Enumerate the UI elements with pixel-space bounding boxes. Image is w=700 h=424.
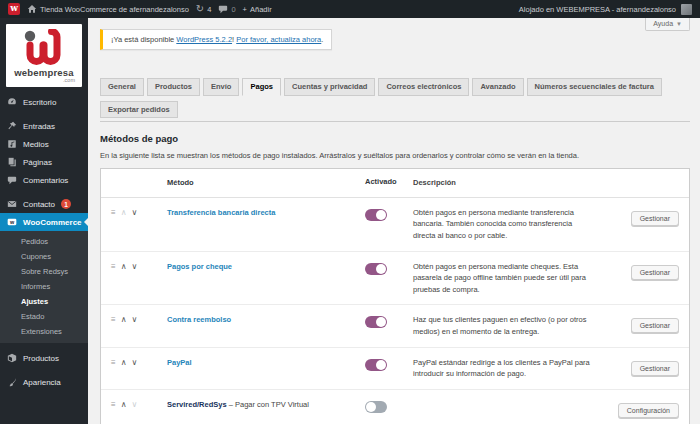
sidebar-item-woocommerce[interactable]: wWooCommerce (0, 213, 88, 231)
chevron-down-icon: ▼ (676, 21, 682, 27)
sidebar-item-p-ginas[interactable]: Páginas (0, 153, 88, 171)
tab-exportar-pedidos[interactable]: Exportar pedidos (100, 101, 178, 119)
payment-method-row: ≡ ∧ ∨ Servired/RedSys – Pagar con TPV Vi… (101, 389, 689, 424)
payment-method-link[interactable]: Transferencia bancaria directa (167, 208, 275, 217)
tab-correos-electr-nicos[interactable]: Correos electrónicos (378, 78, 469, 96)
tab-general[interactable]: General (100, 78, 144, 96)
tab-pagos[interactable]: Pagos (242, 78, 281, 96)
admin-bar: w Tienda WooCommerce de afernandezalonso… (0, 0, 700, 18)
sidebar-item-contacto[interactable]: Contacto1 (0, 195, 88, 213)
move-down-icon[interactable]: ∨ (132, 208, 138, 217)
payment-method-description: PayPal estándar redirige a los clientes … (413, 357, 605, 380)
avatar[interactable] (681, 4, 692, 15)
sidebar-item-medios[interactable]: Medios (0, 135, 88, 153)
appearance-icon (7, 377, 17, 387)
site-name: Tienda WooCommerce de afernandezalonso (40, 5, 189, 14)
drag-handle-icon[interactable]: ≡ (111, 400, 116, 409)
enabled-toggle[interactable] (365, 401, 387, 413)
sidebar-item-escritorio[interactable]: Escritorio (0, 93, 88, 111)
payment-method-row: ≡ ∧ ∨ PayPal PayPal estándar redirige a … (101, 347, 689, 389)
payment-method-link[interactable]: Contra reembolso (167, 315, 231, 324)
sidebar-item-entradas[interactable]: Entradas (0, 117, 88, 135)
hosted-account-label[interactable]: Alojado en WEBEMPRESA - afernandezalonso (519, 5, 676, 14)
help-button[interactable]: Ayuda ▼ (645, 18, 690, 31)
new-content-menu[interactable]: + Añadir (243, 5, 272, 14)
products-icon (7, 353, 17, 363)
comments-icon (7, 175, 17, 185)
payment-methods-table: Método Activado Descripción ≡ ∧ ∨ Transf… (100, 168, 690, 424)
payment-method-link[interactable]: PayPal (167, 358, 192, 367)
tab-avanzado[interactable]: Avanzado (472, 78, 523, 96)
comments-indicator[interactable]: 0 (218, 4, 235, 14)
move-up-icon[interactable]: ∧ (121, 315, 127, 324)
main-content: Ayuda ▼ ¡Ya está disponible WordPress 5.… (88, 18, 700, 424)
tab-productos[interactable]: Productos (147, 78, 200, 96)
sidebar-item-label: Medios (23, 140, 49, 149)
sidebar-item-productos[interactable]: Productos (0, 349, 88, 367)
update-now-link[interactable]: Por favor, actualiza ahora (236, 35, 321, 44)
updates-count: 4 (207, 5, 211, 14)
page-title: Métodos de pago (100, 133, 690, 144)
notice-text: . (321, 35, 323, 44)
home-icon (27, 4, 37, 14)
updates-indicator[interactable]: ↻ 4 (196, 4, 212, 14)
sidebar-item-label: Productos (23, 354, 59, 363)
submenu-item-cupones[interactable]: Cupones (0, 249, 88, 264)
manage-button[interactable]: Gestionar (631, 318, 679, 333)
move-up-icon[interactable]: ∧ (121, 358, 127, 367)
submenu-item-extensiones[interactable]: Extensiones (0, 324, 88, 339)
payment-method-description: Haz que tus clientes paguen en efectivo … (413, 314, 605, 337)
tab-env-o[interactable]: Envío (203, 78, 239, 96)
tab-n-meros-secuenciales-de-factura[interactable]: Números secuenciales de factura (527, 78, 662, 96)
move-down-icon[interactable]: ∨ (132, 315, 138, 324)
payment-method-link[interactable]: Servired/RedSys (167, 400, 227, 409)
manage-button[interactable]: Gestionar (631, 361, 679, 376)
submenu-item-ajustes[interactable]: Ajustes (0, 294, 88, 309)
section-description: En la siguiente lista se muestran los mé… (100, 151, 690, 160)
notification-badge: 1 (61, 199, 71, 209)
plus-icon: + (243, 5, 247, 14)
payment-method-description: Obtén pagos en persona mediante transfer… (413, 207, 605, 242)
enabled-toggle[interactable] (365, 316, 387, 328)
drag-handle-icon[interactable]: ≡ (111, 315, 116, 324)
payment-method-link[interactable]: Pagos por cheque (167, 262, 232, 271)
enabled-toggle[interactable] (365, 359, 387, 371)
move-down-icon[interactable]: ∨ (132, 400, 138, 409)
enabled-toggle[interactable] (365, 263, 387, 275)
sidebar-item-label: Contacto (23, 200, 55, 209)
site-menu[interactable]: Tienda WooCommerce de afernandezalonso (27, 4, 189, 14)
pin-icon (7, 121, 17, 131)
submenu-item-sobre-redsys[interactable]: Sobre Redsys (0, 264, 88, 279)
submenu-item-pedidos[interactable]: Pedidos (0, 234, 88, 249)
sidebar-item-label: Escritorio (23, 98, 56, 107)
webempresa-logo-card: webempresa .com (6, 24, 82, 87)
help-label: Ayuda (653, 20, 673, 27)
wordpress-version-link[interactable]: WordPress 5.2.2 (176, 35, 232, 44)
move-up-icon[interactable]: ∧ (121, 400, 127, 409)
column-header-description: Descripción (413, 177, 605, 189)
move-up-icon[interactable]: ∧ (121, 208, 127, 217)
move-down-icon[interactable]: ∨ (132, 262, 138, 271)
manage-button[interactable]: Gestionar (631, 265, 679, 280)
drag-handle-icon[interactable]: ≡ (111, 262, 116, 271)
manage-button[interactable]: Gestionar (631, 211, 679, 226)
toggle-knob (376, 317, 386, 327)
sidebar-item-comentarios[interactable]: Comentarios (0, 171, 88, 189)
submenu-item-estado[interactable]: Estado (0, 309, 88, 324)
manage-button[interactable]: Configuración (618, 403, 679, 418)
woocommerce-submenu: PedidosCuponesSobre RedsysInformesAjuste… (0, 231, 88, 343)
move-down-icon[interactable]: ∨ (132, 358, 138, 367)
submenu-item-informes[interactable]: Informes (0, 279, 88, 294)
dashboard-icon (7, 97, 17, 107)
enabled-toggle[interactable] (365, 209, 387, 221)
drag-handle-icon[interactable]: ≡ (111, 358, 116, 367)
add-label: Añadir (250, 5, 272, 14)
woocommerce-icon: w (7, 217, 17, 227)
sidebar-item-apariencia[interactable]: Apariencia (0, 373, 88, 391)
toggle-knob (366, 402, 376, 412)
move-up-icon[interactable]: ∧ (121, 262, 127, 271)
notice-text: ¡Ya está disponible (111, 35, 176, 44)
drag-handle-icon[interactable]: ≡ (111, 208, 116, 217)
tab-cuentas-y-privacidad[interactable]: Cuentas y privacidad (284, 78, 375, 96)
webempresa-logo-icon[interactable]: w (8, 3, 20, 15)
